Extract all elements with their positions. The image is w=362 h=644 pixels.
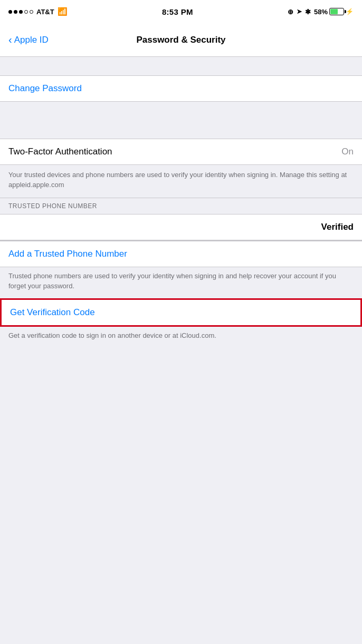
change-password-row[interactable]: Change Password	[0, 76, 362, 101]
add-phone-label: Add a Trusted Phone Number	[8, 249, 127, 259]
verification-description: Get a verification code to sign in on an…	[0, 327, 362, 348]
signal-dot-3	[19, 10, 23, 14]
add-phone-description: Trusted phone numbers are used to verify…	[0, 267, 362, 299]
back-label: Apple ID	[14, 35, 49, 45]
page-title: Password & Security	[136, 35, 225, 45]
status-left: AT&T 📶	[8, 7, 68, 16]
add-phone-row[interactable]: Add a Trusted Phone Number	[0, 241, 362, 267]
two-factor-value: On	[341, 147, 354, 157]
status-bar: AT&T 📶 8:53 PM ⊕ ➤ ✱ 58% ⚡	[0, 0, 362, 23]
nav-bar: ‹ Apple ID Password & Security	[0, 23, 362, 57]
top-spacer	[0, 57, 362, 75]
two-factor-description: Your trusted devices and phone numbers a…	[0, 165, 362, 198]
verified-section: Verified	[0, 214, 362, 240]
back-button[interactable]: ‹ Apple ID	[8, 35, 49, 45]
two-factor-row[interactable]: Two-Factor Authentication On	[0, 139, 362, 164]
battery-wrapper: 58% ⚡	[314, 8, 354, 16]
content-area: Change Password Two-Factor Authenticatio…	[0, 57, 362, 348]
change-password-section: Change Password	[0, 75, 362, 102]
signal-dot-1	[8, 10, 12, 14]
verified-row: Verified	[0, 214, 362, 240]
location-icon: ⊕	[288, 8, 293, 16]
verification-section: Get Verification Code	[0, 298, 362, 327]
wifi-icon: 📶	[58, 7, 68, 16]
signal-dot-2	[14, 10, 17, 14]
signal-dots	[8, 10, 33, 14]
two-factor-section: Two-Factor Authentication On	[0, 139, 362, 165]
verification-row[interactable]: Get Verification Code	[2, 300, 360, 325]
two-factor-label: Two-Factor Authentication	[8, 147, 112, 157]
back-chevron-icon: ‹	[8, 34, 12, 45]
signal-dot-5	[30, 10, 33, 14]
verified-label: Verified	[321, 222, 354, 232]
charging-bolt: ⚡	[346, 8, 354, 15]
verification-label: Get Verification Code	[10, 307, 95, 317]
status-right: ⊕ ➤ ✱ 58% ⚡	[288, 8, 354, 16]
battery-fill	[330, 9, 338, 14]
spacer-1	[0, 120, 362, 139]
add-phone-section: Add a Trusted Phone Number	[0, 241, 362, 267]
signal-dot-4	[24, 10, 28, 14]
bluetooth-icon: ✱	[305, 8, 311, 16]
change-password-label: Change Password	[8, 83, 82, 94]
status-time: 8:53 PM	[162, 7, 193, 16]
battery-box	[329, 8, 344, 15]
navigation-icon: ➤	[297, 8, 302, 15]
battery-percent: 58%	[314, 8, 328, 16]
trusted-phone-header: Trusted Phone Number	[0, 198, 362, 214]
carrier-label: AT&T	[36, 8, 54, 16]
